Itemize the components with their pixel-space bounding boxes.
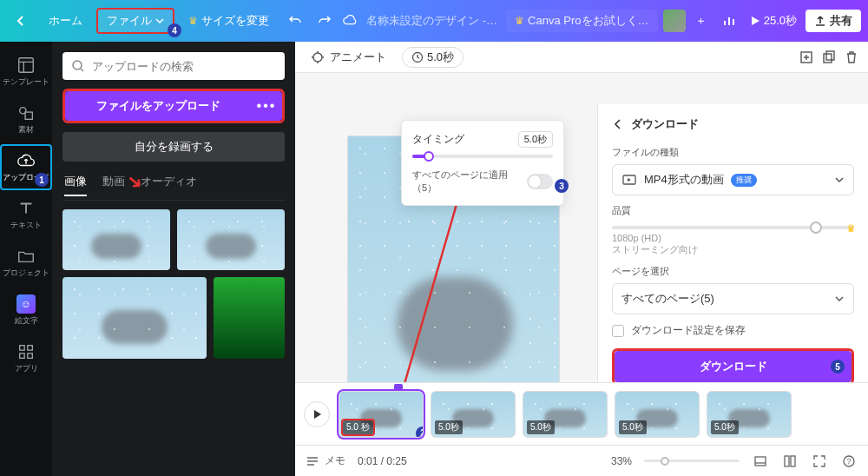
sparkle-icon xyxy=(311,50,325,64)
apply-all-label: すべてのページに適用（5） xyxy=(412,169,527,195)
clip-duration: 5.0秒 xyxy=(527,420,555,434)
svg-text:?: ? xyxy=(846,457,851,466)
share-label: 共有 xyxy=(830,13,852,29)
upload-thumb[interactable] xyxy=(62,277,207,359)
chevron-down-icon xyxy=(155,17,164,25)
notes-button[interactable]: メモ xyxy=(306,453,345,468)
timeline-clip[interactable]: 5.0秒 xyxy=(523,391,608,438)
editor-toolbar-right xyxy=(799,50,859,65)
share-button[interactable]: 共有 xyxy=(806,10,861,32)
upload-files-button[interactable]: ファイルをアップロード xyxy=(65,91,251,121)
upload-thumb[interactable] xyxy=(62,209,170,270)
rail-item-emoji[interactable]: ☺ 絵文字 xyxy=(0,288,52,334)
step-badge-5: 5 xyxy=(831,360,845,374)
undo-button[interactable] xyxy=(283,9,307,33)
step-badge-3: 3 xyxy=(555,179,569,193)
download-button[interactable]: ダウンロード xyxy=(615,351,852,382)
rail-item-projects[interactable]: プロジェクト xyxy=(0,240,52,286)
add-page-icon[interactable] xyxy=(799,50,814,65)
timing-slider[interactable] xyxy=(412,155,553,158)
notes-icon xyxy=(306,454,319,468)
svg-rect-12 xyxy=(826,51,834,60)
timeline-clip[interactable]: 5.0秒 xyxy=(615,391,700,438)
timeline-clip[interactable]: 5.0 秒2 xyxy=(339,391,424,438)
upload-thumb[interactable] xyxy=(177,209,285,270)
rail-item-templates[interactable]: テンプレート xyxy=(0,49,52,95)
home-button[interactable]: ホーム xyxy=(40,10,91,32)
rail-item-apps[interactable]: アプリ xyxy=(0,335,52,381)
quality-value: 1080p (HD) xyxy=(612,233,661,243)
svg-point-7 xyxy=(73,61,82,69)
page-duration-value: 5.0秒 xyxy=(427,50,454,65)
undo-icon xyxy=(288,14,302,28)
animate-label: アニメート xyxy=(330,50,386,65)
quality-sub: ストリーミング向け xyxy=(612,244,698,255)
topbar-center: 名称未設定のデザイン -… ♛ Canva Proをお試しく… xyxy=(342,10,658,32)
fullscreen-button[interactable] xyxy=(811,453,828,470)
apply-all-toggle[interactable] xyxy=(527,174,553,189)
help-button[interactable]: ? xyxy=(840,453,858,470)
resize-button[interactable]: ♛ サイズを変更 xyxy=(180,10,278,32)
preview-play-button[interactable]: 25.0秒 xyxy=(745,13,802,29)
expand-icon xyxy=(812,454,826,468)
save-settings-checkbox[interactable]: ダウンロード設定を保存 xyxy=(612,323,854,338)
svg-rect-15 xyxy=(755,457,766,466)
record-yourself-button[interactable]: 自分を録画する xyxy=(62,132,285,162)
design-title[interactable]: 名称未設定のデザイン -… xyxy=(366,13,497,29)
timeline-clip[interactable]: 5.0秒 xyxy=(707,391,792,438)
rail-item-text[interactable]: テキスト xyxy=(0,192,52,238)
rail-label: テンプレート xyxy=(3,76,49,88)
search-uploads[interactable] xyxy=(62,52,285,80)
quality-slider[interactable]: ♛ xyxy=(612,226,854,229)
crown-icon: ♛ xyxy=(188,15,198,27)
quality-label: 品質 xyxy=(612,204,854,217)
svg-rect-0 xyxy=(19,58,34,73)
zoom-slider[interactable] xyxy=(644,459,740,462)
page-duration-button[interactable]: 5.0秒 xyxy=(402,47,464,68)
tab-audio[interactable]: オーディオ xyxy=(141,174,197,196)
thumbnail-view-button[interactable] xyxy=(752,453,769,470)
bar-chart-icon xyxy=(722,14,736,28)
duplicate-icon[interactable] xyxy=(821,50,837,65)
timeline-clip[interactable]: 5.0秒 xyxy=(431,391,516,438)
redo-icon xyxy=(318,14,332,28)
svg-rect-17 xyxy=(791,456,795,466)
tab-images[interactable]: 画像 xyxy=(64,174,87,196)
back-button[interactable] xyxy=(7,12,35,30)
scroll-view-button[interactable] xyxy=(781,453,799,470)
rail-item-elements[interactable]: 素材 xyxy=(0,96,52,142)
rail-label: 素材 xyxy=(18,124,34,136)
upload-thumb[interactable] xyxy=(214,277,285,359)
chevron-left-icon[interactable] xyxy=(612,118,624,130)
filetype-select[interactable]: MP4形式の動画 推奨 xyxy=(612,164,854,195)
timing-popover: タイミング 5.0秒 すべてのページに適用（5） 3 xyxy=(401,120,564,206)
animate-button[interactable]: アニメート xyxy=(304,46,393,69)
rail-label: テキスト xyxy=(10,220,42,231)
rail-item-upload[interactable]: アップロード 1 xyxy=(0,144,52,190)
rail-label: プロジェクト xyxy=(3,268,49,279)
avatar[interactable] xyxy=(663,10,686,32)
shapes-icon xyxy=(16,103,36,122)
play-icon xyxy=(312,409,322,420)
topbar-right: ＋ 25.0秒 共有 xyxy=(663,9,861,33)
file-menu-button[interactable]: ファイル 4 xyxy=(96,8,174,34)
more-icon: ••• xyxy=(257,98,277,114)
pages-select[interactable]: すべてのページ(5) xyxy=(612,283,854,314)
analytics-button[interactable] xyxy=(717,9,741,33)
cloud-sync-icon xyxy=(342,13,358,29)
timing-value[interactable]: 5.0秒 xyxy=(518,131,553,148)
text-icon xyxy=(16,199,36,218)
step-badge-1: 1 xyxy=(35,173,49,187)
try-pro-button[interactable]: ♛ Canva Proをお試しく… xyxy=(506,10,657,32)
chevron-down-icon xyxy=(834,294,845,304)
emoji-icon: ☺ xyxy=(16,294,36,314)
search-input[interactable] xyxy=(92,60,276,73)
crown-icon: ♛ xyxy=(846,222,856,235)
plus-icon: ＋ xyxy=(695,13,707,29)
trash-icon[interactable] xyxy=(844,50,859,65)
redo-button[interactable] xyxy=(312,9,337,33)
upload-icon xyxy=(814,15,826,27)
timeline-play-button[interactable] xyxy=(304,401,330,427)
upload-more-button[interactable]: ••• xyxy=(251,91,282,121)
add-member-button[interactable]: ＋ xyxy=(689,9,713,33)
